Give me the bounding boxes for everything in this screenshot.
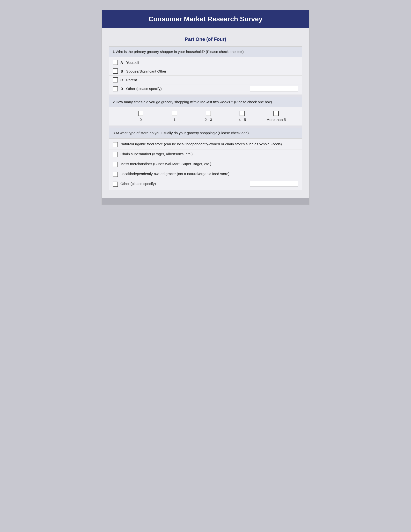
q3-checkbox-4[interactable] <box>113 172 118 177</box>
question-2-text: 2 How many times did you go grocery shop… <box>109 97 302 108</box>
q3-checkbox-1[interactable] <box>113 142 118 147</box>
q3-text-4: Local/independently-owned grocer (not a … <box>120 171 298 177</box>
bottom-bar <box>102 198 309 205</box>
q3-input-5[interactable] <box>250 181 298 186</box>
q3-checkbox-3[interactable] <box>113 162 118 167</box>
q3-body: At what type of store do you usually do … <box>116 131 249 135</box>
q2-label-more-5: More than 5 <box>266 117 286 122</box>
q3-option-1: Natural/Organic food store (can be local… <box>109 140 302 150</box>
q2-number: 2 <box>113 100 115 104</box>
q1-option-a: A Yourself <box>109 58 302 67</box>
q1-letter-a: A <box>120 60 124 65</box>
q1-checkbox-b[interactable] <box>113 68 118 74</box>
question-2-block: 2 How many times did you go grocery shop… <box>109 97 302 125</box>
q3-option-2: Chain supermarket (Kroger, Albertson's, … <box>109 150 302 159</box>
q3-options: Natural/Organic food store (can be local… <box>109 139 302 190</box>
q3-option-5: Other (please specify) <box>109 179 302 189</box>
q2-suffix: ? (Please check one box) <box>231 100 272 104</box>
q1-input-d[interactable] <box>250 86 298 91</box>
q2-option-0: 0 <box>124 111 158 122</box>
q3-number: 3 <box>113 131 115 135</box>
question-1-text: 1 Who is the primary grocery shopper in … <box>109 47 302 57</box>
q2-label-0: 0 <box>140 117 142 122</box>
question-3-text: 3 At what type of store do you usually d… <box>109 128 302 139</box>
q2-label-1: 1 <box>174 117 176 122</box>
q1-letter-d: D <box>120 86 124 91</box>
q2-checkbox-more-5[interactable] <box>273 111 279 116</box>
divider-1 <box>109 95 302 97</box>
q1-text-b: Spouse/Significant Other <box>126 69 298 73</box>
q1-option-d: D Other (please specify) <box>109 84 302 93</box>
q1-option-c: C Parent <box>109 76 302 84</box>
q1-checkbox-c[interactable] <box>113 77 118 83</box>
q2-italic: within the last two weeks <box>190 100 230 104</box>
question-1-block: 1 Who is the primary grocery shopper in … <box>109 47 302 94</box>
survey-body: Part One (of Four) 1 Who is the primary … <box>102 28 309 198</box>
q3-checkbox-5[interactable] <box>113 182 118 187</box>
q2-option-2-3: 2 - 3 <box>191 111 225 122</box>
q3-text-5: Other (please specify) <box>120 181 249 187</box>
q3-option-4: Local/independently-owned grocer (not a … <box>109 169 302 179</box>
q1-body: Who is the primary grocery shopper in yo… <box>116 50 244 54</box>
q1-option-b: B Spouse/Significant Other <box>109 67 302 76</box>
q1-checkbox-a[interactable] <box>113 60 118 65</box>
q2-checkbox-1[interactable] <box>172 111 177 116</box>
q1-number: 1 <box>113 50 115 54</box>
q2-option-1: 1 <box>158 111 191 122</box>
q2-prefix: How many times did you go grocery shoppi… <box>116 100 190 104</box>
part-title: Part One (of Four) <box>185 37 226 42</box>
q1-checkbox-d[interactable] <box>113 86 118 91</box>
q2-checkbox-2-3[interactable] <box>206 111 211 116</box>
survey-title: Consumer Market Research Survey <box>149 15 262 23</box>
q2-label-2-3: 2 - 3 <box>205 117 212 122</box>
q1-options: A Yourself B Spouse/Significant Other C … <box>109 57 302 94</box>
q3-checkbox-2[interactable] <box>113 152 118 157</box>
survey-page: Consumer Market Research Survey Part One… <box>102 10 309 205</box>
q1-letter-b: B <box>120 69 124 73</box>
q2-label-4-5: 4 - 5 <box>239 117 246 122</box>
q1-letter-c: C <box>120 78 124 82</box>
q2-option-more-5: More than 5 <box>259 111 293 122</box>
q2-checkbox-4-5[interactable] <box>240 111 245 116</box>
part-header: Part One (of Four) <box>109 33 302 47</box>
q1-text-c: Parent <box>126 78 298 82</box>
q3-text-2: Chain supermarket (Kroger, Albertson's, … <box>120 151 298 157</box>
question-3-block: 3 At what type of store do you usually d… <box>109 128 302 190</box>
q1-text-d: Other (please specify) <box>126 86 249 91</box>
q2-options: 0 1 2 - 3 4 - 5 More than 5 <box>109 107 302 125</box>
divider-2 <box>109 126 302 128</box>
q1-text-a: Yourself <box>126 60 298 65</box>
q3-option-3: Mass merchandiser (Super Wal-Mart, Super… <box>109 159 302 169</box>
q2-checkbox-0[interactable] <box>138 111 143 116</box>
q3-text-1: Natural/Organic food store (can be local… <box>120 142 298 147</box>
q2-option-4-5: 4 - 5 <box>225 111 259 122</box>
q3-text-3: Mass merchandiser (Super Wal-Mart, Super… <box>120 161 298 167</box>
survey-header: Consumer Market Research Survey <box>102 10 309 28</box>
